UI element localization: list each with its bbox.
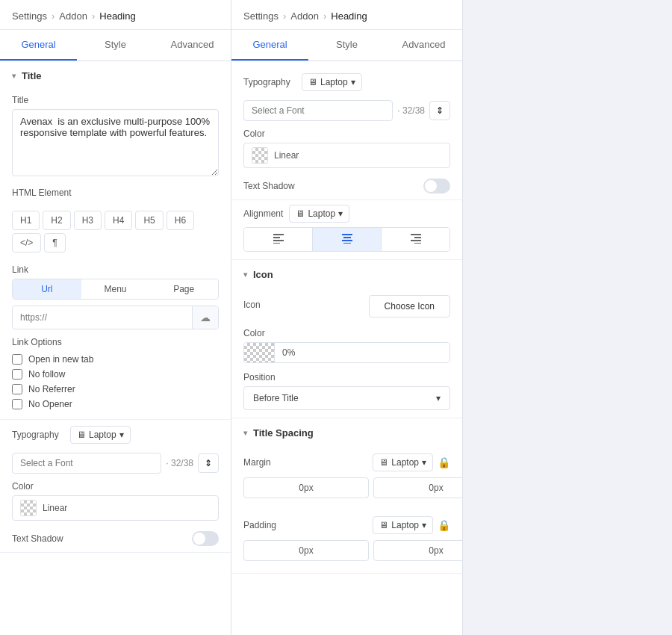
left-device-chevron: ▾ [119,430,124,440]
icon-section: ▾ Icon Icon Choose Icon Color Position B… [231,260,462,418]
right-breadcrumb-settings[interactable]: Settings [243,10,279,22]
icon-color-opacity [243,342,450,363]
margin-inputs [243,477,450,498]
padding-top-input[interactable] [243,540,369,561]
nofollow-label: No follow [28,369,65,380]
icon-color-swatch[interactable] [244,343,274,362]
position-chevron-icon: ▾ [436,393,441,403]
right-text-shadow-toggle[interactable] [423,179,450,193]
margin-device-label: Laptop [391,457,419,468]
right-top-spacer [231,61,462,67]
left-text-shadow-toggle[interactable] [192,531,219,546]
h3-btn[interactable]: H3 [74,211,102,230]
h4-btn[interactable]: H4 [105,211,132,230]
padding-label: Padding [243,520,276,530]
right-tabs: General Style Advanced [231,30,462,61]
right-font-row: · 32/38 ⇕ [231,97,462,124]
padding-device-row: 🖥 Laptop ▾ 🔒 [373,516,450,534]
left-font-adj-btn[interactable]: ⇕ [198,453,219,473]
alignment-device-chevron: ▾ [338,208,343,219]
margin-top-input[interactable] [243,477,369,498]
nofollow-checkbox[interactable] [12,369,22,380]
left-typo-row: Typography 🖥 Laptop ▾ [0,420,231,450]
margin-right-input[interactable] [373,477,462,498]
tab-advanced-right[interactable]: Advanced [385,30,462,61]
title-spacing-header[interactable]: ▾ Title Spacing [231,418,462,447]
new-tab-label: Open in new tab [28,354,93,365]
right-typography-section: Typography 🖥 Laptop ▾ · 32/38 ⇕ Color Li… [231,67,462,200]
h6-btn[interactable]: H6 [167,211,194,230]
icon-position-row: Position Before Title ▾ [231,368,462,418]
noopener-label: No Opener [28,399,72,409]
right-panel: Settings › Addon › Heading General Style… [231,0,463,635]
margin-spacing: Margin 🖥 Laptop ▾ 🔒 [231,447,462,510]
icon-section-label: Icon [253,269,273,280]
left-device-label: Laptop [89,430,116,440]
link-tab-url[interactable]: Url [13,279,81,299]
left-content: ▾ Title Title Avenax is an exclusive mul… [0,61,231,635]
margin-device-select[interactable]: 🖥 Laptop ▾ [373,453,433,471]
url-input[interactable] [13,307,192,328]
code-btn[interactable]: </> [12,233,41,253]
right-font-adj-btn[interactable]: ⇕ [429,101,450,120]
link-tab-menu[interactable]: Menu [81,279,150,299]
icon-section-header[interactable]: ▾ Icon [231,260,462,289]
left-font-row: · 32/38 ⇕ [0,450,231,477]
right-color-swatch [252,147,268,164]
choose-icon-button[interactable]: Choose Icon [369,295,450,318]
right-typo-row: Typography 🖥 Laptop ▾ [231,67,462,97]
alignment-row: Alignment 🖥 Laptop ▾ [231,200,462,259]
left-color-value: Linear [43,503,67,513]
right-text-shadow-row: Text Shadow [231,173,462,199]
new-tab-checkbox[interactable] [12,354,22,365]
align-left-btn[interactable] [244,228,313,251]
h1-btn[interactable]: H1 [12,211,40,230]
para-btn[interactable]: ¶ [44,233,65,253]
icon-color-row: Color [231,323,462,368]
title-section-header[interactable]: ▾ Title [0,61,231,90]
padding-lock-icon: 🔒 [438,519,450,531]
h2-btn[interactable]: H2 [43,211,70,230]
tab-general-right[interactable]: General [231,30,308,61]
padding-device-label: Laptop [391,520,419,530]
noreferrer-checkbox[interactable] [12,384,22,394]
icon-field-label: Icon [243,300,261,310]
noopener-checkbox[interactable] [12,399,22,409]
title-chevron-icon: ▾ [12,72,16,80]
tab-style-left[interactable]: Style [77,30,154,61]
align-center-btn[interactable] [313,228,382,251]
left-color-box[interactable]: Linear [12,495,219,521]
tab-advanced-left[interactable]: Advanced [154,30,231,61]
icon-position-value: Before Title [253,393,299,403]
cloud-upload-icon: ☁ [192,306,218,329]
icon-position-label: Position [243,372,450,382]
tab-general-left[interactable]: General [0,30,77,61]
right-font-select[interactable] [243,100,393,121]
padding-device-select[interactable]: 🖥 Laptop ▾ [373,516,433,534]
left-font-select[interactable] [12,453,161,474]
right-breadcrumb-addon[interactable]: Addon [290,10,319,22]
alignment-text: Alignment [243,208,283,219]
margin-device-chevron: ▾ [422,457,426,468]
icon-opacity-input[interactable] [274,343,449,362]
right-color-box[interactable]: Linear [243,143,450,168]
left-device-select[interactable]: 🖥 Laptop ▾ [70,426,131,444]
icon-position-select[interactable]: Before Title ▾ [243,386,450,410]
tab-style-right[interactable]: Style [308,30,385,61]
right-device-select[interactable]: 🖥 Laptop ▾ [302,73,362,91]
breadcrumb-addon[interactable]: Addon [59,10,87,22]
title-spacing-label: Title Spacing [253,427,314,439]
breadcrumb-settings[interactable]: Settings [12,10,47,22]
h5-btn[interactable]: H5 [135,211,163,230]
align-right-btn[interactable] [382,228,449,251]
alignment-device-select[interactable]: 🖥 Laptop ▾ [289,205,349,223]
right-color-row: Color Linear [231,124,462,173]
padding-right-input[interactable] [373,540,462,561]
link-tab-page[interactable]: Page [149,279,218,299]
alignment-device-label: Laptop [308,208,335,219]
left-typo-label: Typography [12,430,64,440]
title-textarea[interactable]: Avenax is an exclusive multi-purpose 100… [12,109,219,176]
margin-device-row: 🖥 Laptop ▾ 🔒 [373,453,450,471]
align-buttons [243,227,450,252]
padding-spacing: Padding 🖥 Laptop ▾ 🔒 [231,510,462,573]
